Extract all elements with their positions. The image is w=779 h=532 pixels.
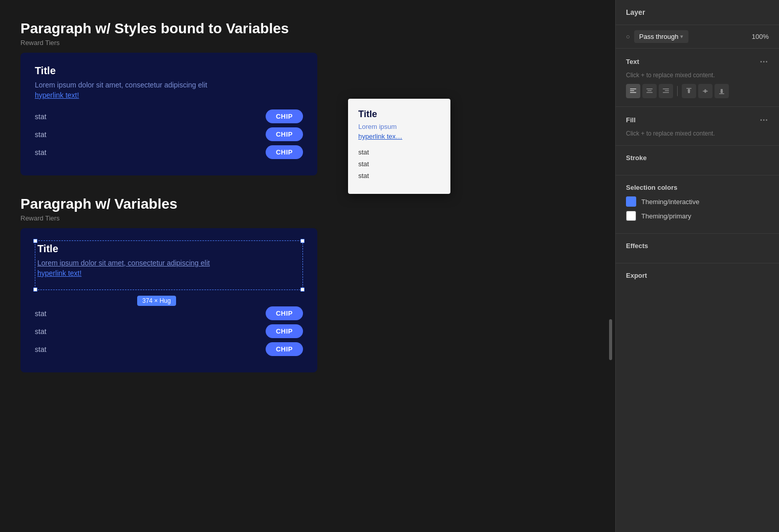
card2-hyperlink[interactable]: hyperlink text! — [37, 269, 300, 277]
blend-icon: ○ — [626, 33, 630, 40]
section1-wrapper: Paragraph w/ Styles bound to Variables R… — [20, 20, 595, 175]
svg-rect-7 — [665, 91, 669, 92]
preview-body: Lorem ipsum — [358, 123, 440, 130]
blend-mode-text: Pass through — [639, 33, 679, 40]
preview-hyperlink: hyperlink tex… — [358, 132, 440, 140]
svg-rect-5 — [646, 92, 653, 93]
stat-row-4: stat CHIP — [35, 306, 303, 320]
color-swatch-primary[interactable] — [626, 211, 636, 221]
svg-marker-17 — [720, 92, 723, 94]
fill-options-button[interactable]: ⋯ — [760, 115, 769, 125]
card2: Title Lorem ipsum dolor sit amet, consec… — [20, 228, 317, 372]
chip-5: CHIP — [266, 324, 303, 338]
color-label-primary: Theming/primary — [641, 212, 691, 220]
svg-marker-11 — [687, 89, 690, 91]
opacity-value[interactable]: 100% — [752, 33, 769, 40]
card1-body: Lorem ipsum dolor sit amet, consectetur … — [35, 81, 303, 89]
stat-label-2: stat — [35, 130, 47, 139]
layer-section: Layer — [616, 0, 779, 25]
preview-stat-1: stat — [358, 148, 440, 156]
handle-bl — [33, 287, 37, 292]
card1-title: Title — [35, 65, 303, 77]
canvas-area: Paragraph w/ Styles bound to Variables R… — [0, 0, 615, 532]
stat-label-1: stat — [35, 113, 47, 121]
stroke-heading: Stroke — [626, 154, 769, 162]
svg-rect-0 — [630, 88, 636, 90]
selection-colors-heading: Selection colors — [626, 184, 769, 191]
fill-heading: Fill ⋯ — [626, 115, 769, 125]
card2-body: Lorem ipsum dolor sit amet, consectetur … — [37, 259, 300, 267]
card1: Title Lorem ipsum dolor sit amet, consec… — [20, 53, 317, 175]
selected-text-block[interactable]: Title Lorem ipsum dolor sit amet, consec… — [35, 240, 303, 290]
stat-label-6: stat — [35, 345, 47, 353]
handle-br — [300, 287, 305, 292]
card1-hyperlink[interactable]: hyperlink text! — [35, 91, 303, 99]
stat-row-1: stat CHIP — [35, 109, 303, 123]
section2-title: Paragraph w/ Variables — [20, 196, 595, 212]
section1-title: Paragraph w/ Styles bound to Variables — [20, 20, 595, 37]
valign-top-button[interactable] — [682, 84, 696, 98]
handle-tr — [300, 239, 305, 243]
chip-4: CHIP — [266, 306, 303, 320]
chip-1: CHIP — [266, 109, 303, 123]
stat-row-6: stat CHIP — [35, 342, 303, 356]
floating-preview: Title Lorem ipsum hyperlink tex… stat st… — [348, 99, 450, 194]
preview-stat-3: stat — [358, 172, 440, 180]
size-badge: 374 × Hug — [137, 296, 176, 306]
color-label-interactive: Theming/interactive — [641, 198, 699, 206]
blend-mode-button[interactable]: Pass through ▾ — [634, 30, 689, 43]
export-heading: Export — [626, 272, 769, 279]
effects-section: Effects — [616, 234, 779, 263]
text-mixed-content: Click + to replace mixed content. — [626, 72, 769, 79]
chip-3: CHIP — [266, 145, 303, 159]
selection-colors-section: Selection colors Theming/interactive The… — [616, 175, 779, 234]
svg-rect-9 — [686, 88, 691, 89]
svg-rect-3 — [646, 88, 653, 90]
blend-mode-container: ○ Pass through ▾ — [626, 30, 688, 43]
stat-label-3: stat — [35, 148, 47, 157]
chip-2: CHIP — [266, 127, 303, 141]
stat-row-3: stat CHIP — [35, 145, 303, 159]
align-right-button[interactable] — [659, 84, 673, 98]
text-section: Text ⋯ Click + to replace mixed content. — [616, 49, 779, 107]
section2-subtitle: Reward Tiers — [20, 214, 595, 222]
fill-section: Fill ⋯ Click + to replace mixed content. — [616, 107, 779, 146]
stroke-section: Stroke — [616, 146, 779, 175]
scroll-handle[interactable] — [609, 319, 612, 360]
align-divider — [677, 86, 678, 96]
valign-middle-button[interactable] — [698, 84, 712, 98]
align-center-button[interactable] — [642, 84, 657, 98]
chevron-down-icon: ▾ — [680, 33, 683, 40]
text-heading: Text ⋯ — [626, 57, 769, 66]
svg-rect-6 — [663, 88, 669, 90]
svg-rect-15 — [719, 94, 724, 95]
svg-rect-8 — [663, 92, 669, 93]
align-left-button[interactable] — [626, 84, 640, 98]
text-options-button[interactable]: ⋯ — [760, 57, 769, 66]
card2-title: Title — [37, 243, 300, 255]
stat-row-5: stat CHIP — [35, 324, 303, 338]
stat-label-4: stat — [35, 309, 47, 318]
svg-rect-4 — [647, 91, 652, 92]
stat-row-2: stat CHIP — [35, 127, 303, 141]
svg-marker-14 — [704, 92, 707, 94]
color-row-2: Theming/primary — [626, 211, 769, 221]
svg-rect-2 — [630, 92, 636, 93]
color-swatch-interactive[interactable] — [626, 196, 636, 207]
color-row-1: Theming/interactive — [626, 196, 769, 207]
preview-title: Title — [358, 109, 440, 120]
effects-heading: Effects — [626, 242, 769, 250]
section2-wrapper: Paragraph w/ Variables Reward Tiers Titl… — [20, 196, 595, 372]
preview-stat-2: stat — [358, 160, 440, 168]
svg-rect-1 — [630, 91, 634, 92]
fill-mixed-content: Click + to replace mixed content. — [626, 130, 769, 137]
right-panel: Layer ○ Pass through ▾ 100% Text ⋯ Click… — [615, 0, 779, 532]
chip-6: CHIP — [266, 342, 303, 356]
section1-subtitle: Reward Tiers — [20, 39, 595, 47]
svg-marker-13 — [704, 89, 707, 91]
layer-heading: Layer — [626, 8, 645, 16]
handle-tl — [33, 239, 37, 243]
align-row — [626, 84, 769, 98]
valign-bottom-button[interactable] — [715, 84, 729, 98]
export-section: Export — [616, 263, 779, 293]
